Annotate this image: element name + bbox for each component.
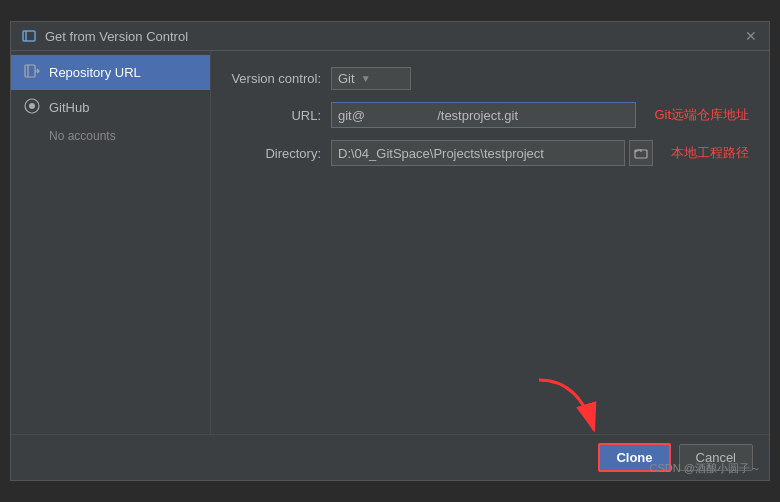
close-button[interactable]: ✕ (743, 28, 759, 44)
github-icon (23, 98, 41, 117)
svg-rect-0 (23, 31, 35, 41)
watermark: CSDN @酒酿小圆子～ (650, 461, 761, 476)
dialog-body: Repository URL GitHub No accounts Versio… (11, 51, 769, 434)
sidebar-item-repository-url-label: Repository URL (49, 65, 141, 80)
version-control-row: Version control: Git ▼ (231, 67, 749, 90)
directory-input-wrap (331, 140, 653, 166)
sidebar-item-repository-url[interactable]: Repository URL (11, 55, 210, 90)
repository-url-icon (23, 63, 41, 82)
version-control-value: Git (338, 71, 355, 86)
directory-input[interactable] (331, 140, 625, 166)
url-label: URL: (231, 108, 321, 123)
dialog-icon (21, 28, 37, 44)
version-control-select[interactable]: Git ▼ (331, 67, 411, 90)
url-annotation: Git远端仓库地址 (654, 106, 749, 124)
sidebar-item-github[interactable]: GitHub (11, 90, 210, 125)
dropdown-arrow-icon: ▼ (361, 73, 371, 84)
url-input[interactable] (331, 102, 636, 128)
url-input-wrap (331, 102, 636, 128)
browse-button[interactable] (629, 140, 653, 166)
sidebar: Repository URL GitHub No accounts (11, 51, 211, 434)
sidebar-item-github-label: GitHub (49, 100, 89, 115)
directory-annotation: 本地工程路径 (671, 144, 749, 162)
directory-label: Directory: (231, 146, 321, 161)
title-bar-left: Get from Version Control (21, 28, 188, 44)
version-control-label: Version control: (231, 71, 321, 86)
svg-point-5 (29, 103, 35, 109)
sidebar-github-sub: No accounts (11, 125, 210, 147)
get-from-vcs-dialog: Get from Version Control ✕ Repository UR… (10, 21, 770, 481)
title-bar: Get from Version Control ✕ (11, 22, 769, 51)
version-control-control: Git ▼ (331, 67, 749, 90)
svg-rect-2 (25, 65, 35, 77)
url-row: URL: Git远端仓库地址 (231, 102, 749, 128)
directory-row: Directory: 本地工程路径 (231, 140, 749, 166)
dialog-title: Get from Version Control (45, 29, 188, 44)
main-content: Version control: Git ▼ URL: Git远端仓库地址 D (211, 51, 769, 434)
